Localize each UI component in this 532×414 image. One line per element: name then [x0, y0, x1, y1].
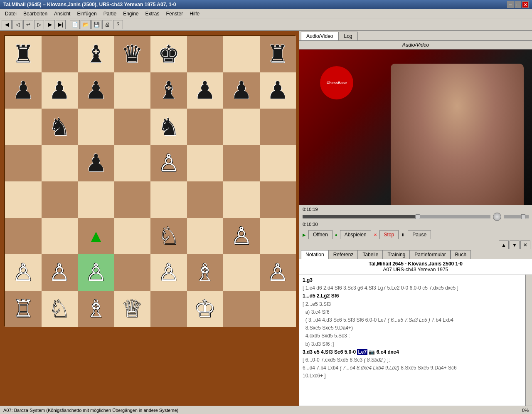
cell-5-5[interactable] [187, 218, 224, 255]
minimize-button[interactable]: ─ [507, 1, 514, 8]
cell-0-2[interactable]: ♝ [78, 36, 114, 72]
cell-0-1[interactable] [42, 36, 78, 72]
cell-2-4[interactable]: ♞ [150, 109, 187, 145]
cell-4-2[interactable] [78, 181, 114, 218]
menu-item-ansicht[interactable]: Ansicht [51, 10, 74, 17]
cell-2-5[interactable] [187, 109, 224, 145]
cell-0-6[interactable] [223, 36, 260, 72]
stop-button[interactable]: Stop [379, 230, 399, 239]
toolbar-rewind-button[interactable]: ↩ [23, 20, 33, 29]
cell-6-6[interactable] [223, 254, 260, 291]
menu-item-fenster[interactable]: Fenster [163, 10, 187, 17]
cell-1-1[interactable]: ♟ [42, 72, 78, 109]
cell-5-3[interactable] [114, 218, 151, 255]
cell-5-1[interactable] [42, 218, 78, 255]
cell-7-2[interactable]: ♗ [78, 291, 114, 327]
volume-knob[interactable] [493, 213, 501, 221]
cell-3-7[interactable] [260, 145, 296, 182]
cell-0-7[interactable]: ♜ [260, 36, 296, 72]
right-toolbar-down[interactable]: ▼ [510, 240, 520, 250]
chess-board[interactable]: ♜♝♛♚♜♟♟♟♝♟♟♟♞♞♟♙♘♙♙♙♙♙♗♙♖♘♗♕♔ [4, 35, 295, 326]
cell-3-4[interactable]: ♙ [150, 145, 187, 182]
cell-6-0[interactable]: ♙ [5, 254, 42, 291]
cell-5-4[interactable]: ♘ [150, 218, 187, 255]
notation-tab-buch[interactable]: Buch [451, 250, 471, 259]
notation-tab-training[interactable]: Training [383, 250, 410, 259]
play-button[interactable]: Abspielen [340, 230, 371, 239]
cell-7-6[interactable] [223, 291, 260, 327]
av-tab-audiovideo[interactable]: Audio/Video [301, 32, 339, 40]
cell-2-0[interactable] [5, 109, 42, 145]
menu-item-partie[interactable]: Partie [100, 10, 120, 17]
toolbar-prev-button[interactable]: ◁ [12, 20, 22, 29]
menu-item-bearbeiten[interactable]: Bearbeiten [20, 10, 51, 17]
cell-2-1[interactable]: ♞ [42, 109, 78, 145]
cell-4-4[interactable] [150, 181, 187, 218]
progress-handle[interactable] [415, 214, 420, 219]
cell-1-4[interactable]: ♝ [150, 72, 187, 109]
cell-4-0[interactable] [5, 181, 42, 218]
volume-bar[interactable] [504, 215, 529, 218]
open-button[interactable]: Öffnen [308, 230, 332, 239]
menu-item-hilfe[interactable]: Hilfe [186, 10, 203, 17]
cell-5-7[interactable] [260, 218, 296, 255]
cell-3-0[interactable] [5, 145, 42, 182]
cell-2-6[interactable] [223, 109, 260, 145]
cell-0-0[interactable]: ♜ [5, 36, 42, 72]
toolbar-print-button[interactable]: 🖨 [102, 20, 112, 29]
cell-7-4[interactable] [150, 291, 187, 327]
cell-5-6[interactable]: ♙ [223, 218, 260, 255]
cell-3-6[interactable] [223, 145, 260, 182]
progress-bar-container[interactable] [303, 215, 490, 218]
toolbar-back-button[interactable]: ◀ [2, 20, 12, 29]
cell-4-5[interactable] [187, 181, 224, 218]
cell-0-4[interactable]: ♚ [150, 36, 187, 72]
cell-1-3[interactable] [114, 72, 151, 109]
cell-7-3[interactable]: ♕ [114, 291, 151, 327]
cell-4-7[interactable] [260, 181, 296, 218]
cell-7-1[interactable]: ♘ [42, 291, 78, 327]
notation-scrollbar[interactable] [525, 275, 532, 406]
cell-1-0[interactable]: ♟ [5, 72, 42, 109]
right-toolbar-close[interactable]: ✕ [520, 240, 530, 250]
cell-6-5[interactable]: ♗ [187, 254, 224, 291]
right-toolbar-up[interactable]: ▲ [499, 240, 509, 250]
toolbar-help-button[interactable]: ? [113, 20, 123, 29]
cell-4-6[interactable] [223, 181, 260, 218]
close-button[interactable]: ✕ [522, 1, 529, 8]
cell-0-3[interactable]: ♛ [114, 36, 151, 72]
toolbar-end-button[interactable]: ▶| [56, 20, 66, 29]
cell-4-1[interactable] [42, 181, 78, 218]
notation-tab-tabelle[interactable]: Tabelle [358, 250, 383, 259]
toolbar-save-button[interactable]: 💾 [91, 20, 101, 29]
cell-1-2[interactable]: ♟ [78, 72, 114, 109]
toolbar-forward-button[interactable]: ▷ [34, 20, 44, 29]
cell-3-3[interactable] [114, 145, 151, 182]
cell-3-2[interactable]: ♟ [78, 145, 114, 182]
cell-3-5[interactable] [187, 145, 224, 182]
cell-2-3[interactable] [114, 109, 151, 145]
cell-2-7[interactable] [260, 109, 296, 145]
cell-7-0[interactable]: ♖ [5, 291, 42, 327]
notation-content[interactable]: 1.g3 [ 1.e4 d6 2.d4 Sf6 3.Sc3 g6 4.Sf3 L… [299, 275, 525, 406]
cell-6-7[interactable]: ♙ [260, 254, 296, 291]
cell-6-3[interactable] [114, 254, 151, 291]
pause-button[interactable]: Pause [408, 230, 431, 239]
cell-7-7[interactable] [260, 291, 296, 327]
toolbar-next-button[interactable]: ▶ [45, 20, 55, 29]
cell-4-3[interactable] [114, 181, 151, 218]
menu-item-engine[interactable]: Engine [120, 10, 142, 17]
menu-item-datei[interactable]: Datei [2, 10, 20, 17]
cell-7-5[interactable]: ♔ [187, 291, 224, 327]
notation-tab-notation[interactable]: Notation [301, 250, 329, 259]
menu-item-einfügen[interactable]: Einfügen [74, 10, 100, 17]
notation-tab-partieformular[interactable]: Partieformular [410, 250, 450, 259]
cell-2-2[interactable] [78, 109, 114, 145]
cell-1-6[interactable]: ♟ [223, 72, 260, 109]
volume-handle[interactable] [521, 214, 525, 219]
cell-6-4[interactable]: ♙ [150, 254, 187, 291]
notation-tab-referenz[interactable]: Referenz [329, 250, 358, 259]
cell-1-7[interactable]: ♟ [260, 72, 296, 109]
toolbar-open-button[interactable]: 📂 [81, 20, 91, 29]
toolbar-new-button[interactable]: 📄 [70, 20, 80, 29]
